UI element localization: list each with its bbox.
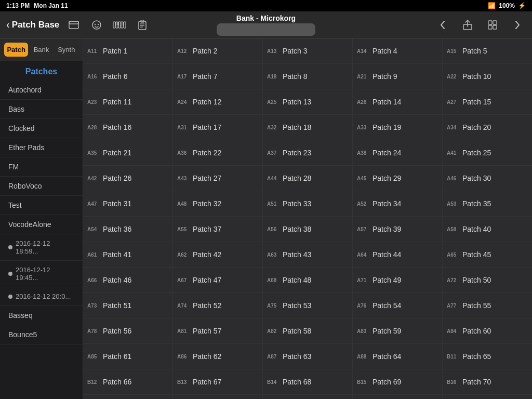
patch-cell[interactable]: A51Patch 33	[263, 191, 352, 216]
next-button[interactable]	[509, 17, 526, 33]
patch-cell[interactable]: A44Patch 28	[263, 166, 352, 191]
patch-cell[interactable]: A83Patch 59	[353, 318, 442, 343]
patch-cell[interactable]: A85Patch 61	[83, 344, 172, 369]
sidebar-item-date-1[interactable]: 2016-12-12 18:59...	[0, 234, 83, 261]
sidebar-item-vocodealone[interactable]: VocodeAlone	[0, 215, 83, 234]
patch-cell[interactable]: A16Patch 6	[83, 64, 172, 89]
patch-cell[interactable]: A17Patch 7	[173, 64, 262, 89]
patch-cell[interactable]: B21Patch 73	[263, 395, 352, 399]
patch-cell[interactable]: A35Patch 21	[83, 140, 172, 165]
patch-cell[interactable]: A34Patch 20	[443, 115, 532, 140]
patch-cell[interactable]: B15Patch 69	[353, 369, 442, 394]
patch-cell[interactable]: A66Patch 46	[83, 268, 172, 292]
patch-cell[interactable]: A56Patch 38	[263, 217, 352, 242]
prev-button[interactable]	[434, 17, 451, 33]
patch-cell[interactable]: A47Patch 31	[83, 191, 172, 216]
patch-cell[interactable]: A42Patch 26	[83, 166, 172, 191]
patch-cell[interactable]: B23Patch 75	[443, 395, 532, 399]
patch-cell[interactable]: A65Patch 45	[443, 242, 532, 267]
sidebar-item-autochord[interactable]: Autochord	[0, 81, 83, 100]
patch-cell[interactable]: A52Patch 34	[353, 191, 442, 216]
patch-cell[interactable]: A15Patch 5	[443, 38, 532, 63]
patch-cell[interactable]: A88Patch 64	[353, 344, 442, 369]
patch-cell[interactable]: A41Patch 25	[443, 140, 532, 165]
patch-cell[interactable]: A18Patch 8	[263, 64, 352, 89]
patch-cell[interactable]: B12Patch 66	[83, 369, 172, 394]
patch-cell[interactable]: B14Patch 68	[263, 369, 352, 394]
patch-cell[interactable]: B22Patch 74	[353, 395, 442, 399]
patch-cell[interactable]: A21Patch 9	[353, 64, 442, 89]
face-icon[interactable]	[88, 17, 105, 33]
sidebar-item-date-2[interactable]: 2016-12-12 19:45...	[0, 261, 83, 287]
tab-synth[interactable]: Synth	[55, 43, 78, 57]
sidebar-item-basseq[interactable]: Basseq	[0, 306, 83, 325]
patch-cell[interactable]: A11Patch 1	[83, 38, 172, 63]
patch-cell[interactable]: A81Patch 57	[173, 318, 262, 343]
patch-cell[interactable]: A67Patch 47	[173, 268, 262, 292]
patch-cell[interactable]: A64Patch 44	[353, 242, 442, 267]
share-icon[interactable]	[459, 17, 476, 33]
patch-cell[interactable]: A48Patch 32	[173, 191, 262, 216]
patch-cell[interactable]: A71Patch 49	[353, 268, 442, 292]
sidebar-item-ether-pads[interactable]: Ether Pads	[0, 138, 83, 157]
sidebar-item-bass[interactable]: Bass	[0, 100, 83, 119]
patch-cell[interactable]: B17Patch 71	[83, 395, 172, 399]
patch-cell[interactable]: A73Patch 51	[83, 293, 172, 318]
sidebar-item-test[interactable]: Test	[0, 196, 83, 215]
patch-cell[interactable]: A25Patch 13	[263, 89, 352, 114]
patch-cell[interactable]: A77Patch 55	[443, 293, 532, 318]
patch-cell[interactable]: A28Patch 16	[83, 115, 172, 140]
patch-cell[interactable]: B13Patch 67	[173, 369, 262, 394]
patch-cell[interactable]: A86Patch 62	[173, 344, 262, 369]
patch-cell[interactable]: A22Patch 10	[443, 64, 532, 89]
patch-cell[interactable]: A14Patch 4	[353, 38, 442, 63]
tab-bank[interactable]: Bank	[29, 43, 53, 57]
patch-cell[interactable]: A63Patch 43	[263, 242, 352, 267]
patch-cell[interactable]: A82Patch 58	[263, 318, 352, 343]
patch-cell[interactable]: A57Patch 39	[353, 217, 442, 242]
patch-cell[interactable]: A12Patch 2	[173, 38, 262, 63]
window-icon[interactable]	[65, 17, 82, 33]
tab-patch[interactable]: Patch	[4, 43, 28, 57]
patch-cell[interactable]: A84Patch 60	[443, 318, 532, 343]
sidebar-item-fm[interactable]: FM	[0, 157, 83, 177]
sidebar-item-clocked[interactable]: Clocked	[0, 119, 83, 138]
patch-cell[interactable]: A26Patch 14	[353, 89, 442, 114]
patch-cell[interactable]: A54Patch 36	[83, 217, 172, 242]
patch-cell[interactable]: A45Patch 29	[353, 166, 442, 191]
patch-cell[interactable]: A27Patch 15	[443, 89, 532, 114]
patch-cell[interactable]: A37Patch 23	[263, 140, 352, 165]
patch-cell[interactable]: A74Patch 52	[173, 293, 262, 318]
patch-cell[interactable]: A38Patch 24	[353, 140, 442, 165]
sidebar-item-robovoco[interactable]: RoboVoco	[0, 177, 83, 196]
patch-cell[interactable]: A36Patch 22	[173, 140, 262, 165]
search-bar[interactable]	[217, 23, 315, 36]
patch-cell[interactable]: A58Patch 40	[443, 217, 532, 242]
sidebar-item-date-3[interactable]: 2016-12-12 20:0...	[0, 287, 83, 306]
clipboard-icon[interactable]	[134, 17, 151, 33]
patch-cell[interactable]: A43Patch 27	[173, 166, 262, 191]
patch-cell[interactable]: A53Patch 35	[443, 191, 532, 216]
patch-cell[interactable]: B18Patch 72	[173, 395, 262, 399]
patch-cell[interactable]: A13Patch 3	[263, 38, 352, 63]
patch-cell[interactable]: A61Patch 41	[83, 242, 172, 267]
patch-cell[interactable]: A62Patch 42	[173, 242, 262, 267]
patch-cell[interactable]: A75Patch 53	[263, 293, 352, 318]
patch-cell[interactable]: A46Patch 30	[443, 166, 532, 191]
piano-icon[interactable]	[111, 17, 128, 33]
patch-cell[interactable]: A24Patch 12	[173, 89, 262, 114]
export-icon[interactable]	[484, 17, 501, 33]
patch-cell[interactable]: A68Patch 48	[263, 268, 352, 292]
patch-cell[interactable]: A72Patch 50	[443, 268, 532, 292]
patch-cell[interactable]: A31Patch 17	[173, 115, 262, 140]
patch-cell[interactable]: A23Patch 11	[83, 89, 172, 114]
patch-grid-container[interactable]: A11Patch 1A12Patch 2A13Patch 3A14Patch 4…	[83, 38, 532, 399]
patch-cell[interactable]: B11Patch 65	[443, 344, 532, 369]
back-button[interactable]: ‹ Patch Base	[6, 19, 59, 31]
patch-cell[interactable]: A78Patch 56	[83, 318, 172, 343]
patch-cell[interactable]: A32Patch 18	[263, 115, 352, 140]
patch-cell[interactable]: A55Patch 37	[173, 217, 262, 242]
patch-cell[interactable]: A87Patch 63	[263, 344, 352, 369]
patch-cell[interactable]: A76Patch 54	[353, 293, 442, 318]
patch-cell[interactable]: A33Patch 19	[353, 115, 442, 140]
